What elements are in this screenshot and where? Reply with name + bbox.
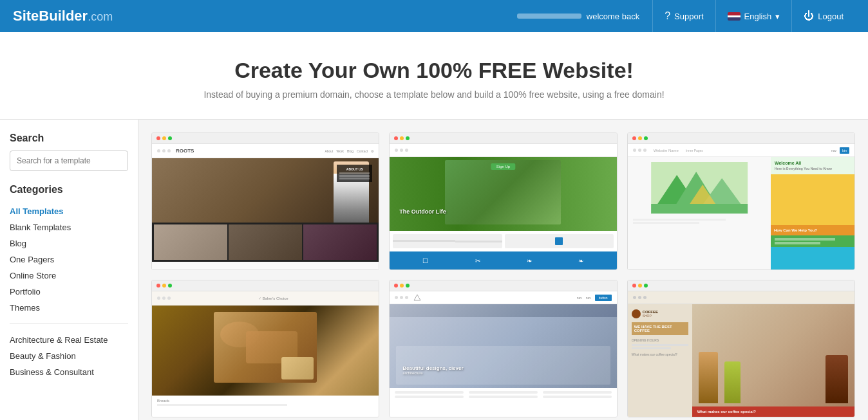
tmpl2-icon2: ✂ — [475, 257, 480, 264]
tmpl2-dot1 — [395, 149, 398, 152]
template-preview-welcome: Website Name Inner Pages nav btn — [628, 144, 854, 269]
tmpl2-cards — [390, 231, 616, 251]
tmpl3-nav: nav btn — [831, 147, 849, 154]
tmpl1-thumb3 — [303, 224, 377, 260]
categories-title: Categories — [10, 184, 128, 196]
template-preview-roots: ROOTS About Work Blog Contact ⚙ — [152, 144, 379, 269]
tmpl3-inner-pages: Inner Pages — [686, 149, 703, 152]
tmpl4-logo: ✓ Baker's Choice — [258, 296, 288, 300]
sidebar: Search Categories All Templates Blank Te… — [0, 120, 138, 420]
templates-area: ROOTS About Work Blog Contact ⚙ — [138, 120, 868, 420]
tmpl5-logo-icon — [413, 294, 421, 302]
templates-grid: ROOTS About Work Blog Contact ⚙ — [151, 132, 855, 417]
tmpl2-dot3 — [405, 149, 408, 152]
header-welcome: welcome back — [517, 12, 639, 21]
tmpl6-logo-text-block: COFFEE SHOP — [643, 310, 658, 318]
tmpl2-card1 — [393, 234, 502, 248]
tmpl4-footer-line — [157, 404, 287, 406]
tmpl6-dot1 — [633, 296, 636, 299]
dot-yellow-6 — [638, 284, 642, 288]
template-card-architecture[interactable]: nav nav button Beautiful designs, clever — [389, 280, 617, 417]
category-blog[interactable]: Blog — [10, 235, 128, 251]
dot-red-3 — [632, 136, 636, 140]
template-card-welcome[interactable]: Website Name Inner Pages nav btn — [627, 132, 855, 270]
tmpl2-green-bar: Sign Up — [491, 163, 515, 170]
tmpl1-about-line3 — [339, 178, 370, 179]
search-input[interactable] — [10, 151, 128, 171]
tmpl4-checkmark: ✓ — [258, 297, 261, 300]
category-all-templates[interactable]: All Templates — [10, 203, 128, 219]
tmpl1-thumbs — [152, 223, 379, 262]
language-button[interactable]: English ▾ — [715, 0, 792, 32]
hero-section: Create Your Own 100% FREE Website! Inste… — [0, 32, 868, 120]
template-card-coffee[interactable]: COFFEE SHOP WE HAVE THE BEST COFFEE OPEN… — [627, 280, 855, 417]
logout-icon: ⏻ — [804, 10, 814, 22]
flag-icon — [728, 12, 741, 21]
tmpl6-red-banner: What makes our coffee special? — [692, 406, 854, 417]
tmpl4-dot1 — [157, 297, 160, 300]
template-preview-architecture: nav nav button Beautiful designs, clever — [390, 291, 616, 417]
category-architecture[interactable]: Architecture & Real Estate — [10, 332, 128, 348]
tmpl5-nav-btn: button — [595, 295, 612, 301]
tmpl3-orange-block: How Can We Help You? — [771, 225, 854, 235]
window-chrome-2 — [390, 133, 616, 144]
tmpl6-header — [628, 291, 854, 304]
tmpl4-hero — [152, 306, 379, 396]
dot-green-3 — [644, 136, 648, 140]
tmpl2-overlay-text: The Outdoor Life — [399, 208, 446, 215]
tmpl4-bottle — [281, 357, 314, 379]
dot-red-2 — [394, 136, 398, 140]
tmpl6-hours-line1 — [632, 344, 688, 346]
tmpl1-nav-item2: Work — [337, 149, 344, 153]
support-label: Support — [674, 12, 704, 21]
category-themes[interactable]: Themes — [10, 300, 128, 316]
tmpl1-body: ABOUT US — [152, 158, 379, 269]
logo[interactable]: SiteBuilder.com — [13, 8, 113, 24]
tmpl2-card-line1 — [393, 240, 455, 242]
tmpl3-left — [628, 157, 771, 269]
dot-red-4 — [156, 284, 160, 288]
tmpl1-dot2 — [162, 149, 165, 152]
tmpl2-dot2 — [400, 149, 403, 152]
tmpl5-header: nav nav button — [390, 291, 616, 304]
tmpl1-thumb1 — [154, 224, 227, 260]
tmpl1-about-text: ABOUT US — [339, 167, 370, 171]
category-online-store[interactable]: Online Store — [10, 268, 128, 284]
support-button[interactable]: ? Support — [652, 0, 715, 32]
tmpl1-nav: About Work Blog Contact ⚙ — [325, 149, 373, 153]
template-card-outdoor[interactable]: Sign Up The Outdoor Life ☐ — [389, 132, 617, 270]
category-one-pagers[interactable]: One Pagers — [10, 251, 128, 268]
category-business[interactable]: Business & Consultant — [10, 364, 128, 380]
header-right: welcome back ? Support English ▾ ⏻ Logou… — [517, 0, 855, 32]
tmpl5-line6 — [543, 396, 612, 398]
tmpl5-line4 — [469, 396, 538, 398]
tmpl3-yellow-block — [771, 174, 854, 225]
window-chrome-6 — [628, 280, 854, 291]
tmpl5-line5 — [543, 391, 612, 394]
category-beauty[interactable]: Beauty & Fashion — [10, 348, 128, 364]
tmpl6-hero-img — [692, 304, 854, 406]
tmpl3-text-line1 — [633, 219, 726, 221]
tmpl6-best-coffee-text: WE HAVE THE BEST COFFEE — [634, 325, 686, 333]
template-preview-coffee: COFFEE SHOP WE HAVE THE BEST COFFEE OPEN… — [628, 291, 854, 417]
tmpl6-cup-icon — [632, 309, 641, 318]
tmpl1-about-line1 — [339, 172, 370, 174]
tmpl5-footer — [390, 388, 616, 417]
window-chrome-5 — [390, 280, 616, 291]
template-card-roots[interactable]: ROOTS About Work Blog Contact ⚙ — [151, 132, 379, 270]
tmpl2-hero: Sign Up The Outdoor Life — [390, 157, 616, 231]
tmpl5-line3 — [469, 391, 538, 394]
tmpl6-right: What makes our coffee special? — [692, 304, 854, 417]
tmpl5-dot1 — [395, 296, 398, 299]
tmpl6-red-text: What makes our coffee special? — [697, 410, 849, 414]
language-label: English — [744, 12, 772, 21]
window-chrome-1 — [152, 133, 379, 144]
category-blank-templates[interactable]: Blank Templates — [10, 219, 128, 235]
category-portfolio[interactable]: Portfolio — [10, 284, 128, 300]
tmpl3-right: Welcome All Here is Everything You Need … — [771, 157, 854, 269]
template-card-baker[interactable]: ✓ Baker's Choice Breads — [151, 280, 379, 417]
tmpl5-hero: Beautiful designs, clever architecture — [390, 304, 616, 388]
logout-button[interactable]: ⏻ Logout — [791, 0, 855, 32]
tmpl6-bottle1 — [699, 352, 718, 403]
logo-dotcom: .com — [88, 10, 113, 23]
